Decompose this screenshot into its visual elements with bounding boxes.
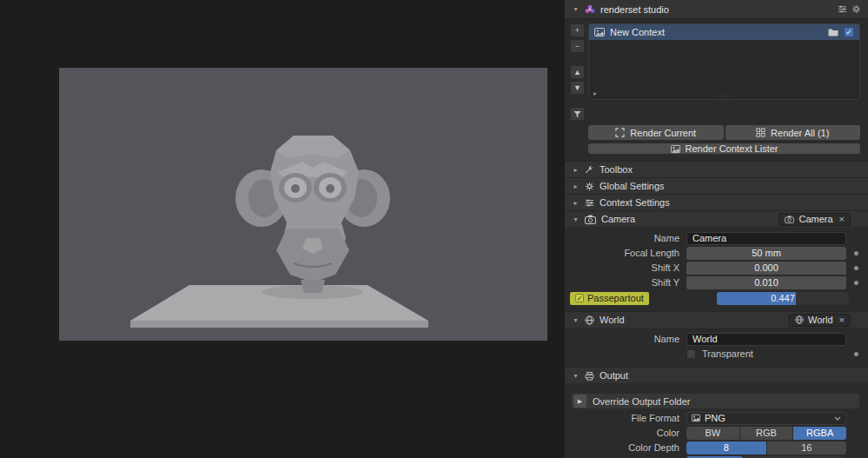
focal-length-field[interactable]: 50 mm bbox=[686, 247, 846, 260]
render-frame-icon bbox=[615, 128, 625, 137]
list-resize-grip[interactable]: :::: bbox=[719, 90, 730, 98]
printer-icon bbox=[585, 371, 594, 381]
file-format-label: File Format bbox=[565, 413, 686, 423]
chevron-down-icon bbox=[834, 416, 841, 421]
color-depth-option-8[interactable]: 8 bbox=[686, 441, 766, 455]
color-option-bw[interactable]: BW bbox=[686, 427, 739, 440]
shift-x-row: Shift X 0.000 bbox=[565, 261, 868, 275]
render-result-icon bbox=[594, 27, 605, 37]
context-settings-collapse-icon[interactable]: ▸ bbox=[572, 199, 580, 207]
renderset-addon-icon bbox=[585, 4, 595, 15]
focal-length-row: Focal Length 50 mm bbox=[565, 246, 868, 260]
panel-presets-icon[interactable] bbox=[838, 4, 847, 14]
animate-dot-icon[interactable] bbox=[854, 266, 858, 270]
camera-expand-icon[interactable]: ▾ bbox=[572, 216, 580, 223]
unlink-world-icon[interactable]: × bbox=[839, 315, 845, 325]
section-camera[interactable]: ▾ Camera Camera × bbox=[565, 210, 868, 227]
color-depth-label: Color Depth bbox=[565, 442, 686, 453]
section-output[interactable]: ▾ Output bbox=[565, 367, 868, 383]
render-all-button[interactable]: Render All (1) bbox=[726, 125, 861, 140]
context-list-item-selected[interactable]: New Context ✓ bbox=[589, 24, 859, 40]
passepartout-label: Passepartout bbox=[587, 293, 644, 303]
panel-header[interactable]: ▾ renderset studio bbox=[565, 0, 868, 19]
render-current-button[interactable]: Render Current bbox=[588, 125, 724, 140]
color-option-rgb[interactable]: RGB bbox=[740, 427, 793, 440]
panel-title: renderset studio bbox=[600, 4, 669, 15]
color-label: Color bbox=[565, 428, 686, 438]
animate-dot-icon[interactable] bbox=[854, 281, 858, 285]
image-file-icon bbox=[692, 414, 700, 422]
world-data-name: World bbox=[808, 315, 833, 325]
render-current-label: Render Current bbox=[630, 128, 696, 138]
section-toolbox[interactable]: ▸ Toolbox bbox=[565, 161, 868, 177]
section-world[interactable]: ▾ World World × bbox=[565, 311, 868, 328]
animate-dot-icon[interactable] bbox=[854, 251, 858, 256]
section-context-settings[interactable]: ▸ Context Settings bbox=[565, 194, 868, 210]
render-buttons-row: Render Current Render All (1) bbox=[588, 125, 860, 140]
globe-icon bbox=[795, 315, 804, 324]
color-option-rgba[interactable]: RGBA bbox=[793, 427, 846, 440]
context-enabled-checkbox[interactable]: ✓ bbox=[844, 27, 854, 37]
color-segmented-control: BW RGB RGBA bbox=[686, 427, 846, 440]
list-filter-expand-icon[interactable]: ▸ bbox=[593, 90, 597, 97]
image-list-icon bbox=[671, 144, 680, 154]
shift-y-row: Shift Y 0.010 bbox=[565, 275, 868, 289]
camera-icon bbox=[785, 216, 794, 223]
render-context-lister-button[interactable]: Render Context Lister bbox=[588, 143, 860, 154]
passepartout-check-icon[interactable]: ✓ bbox=[575, 294, 584, 302]
camera-name-input[interactable]: Camera bbox=[686, 232, 846, 245]
filter-contexts-button[interactable] bbox=[570, 107, 585, 121]
world-name-row: Name World bbox=[565, 332, 868, 346]
panel-settings-gear-icon[interactable] bbox=[851, 4, 861, 14]
passepartout-slider[interactable]: 0.447 bbox=[717, 292, 849, 305]
override-output-folder-panel[interactable]: ▶ Override Output Folder bbox=[571, 393, 860, 409]
section-global-settings[interactable]: ▸ Global Settings bbox=[565, 177, 868, 194]
remove-context-button[interactable]: − bbox=[570, 39, 585, 53]
3d-viewport[interactable] bbox=[59, 68, 547, 341]
output-expand-icon[interactable]: ▾ bbox=[572, 372, 580, 380]
color-depth-option-16[interactable]: 16 bbox=[767, 441, 847, 455]
override-expand-button[interactable]: ▶ bbox=[573, 395, 586, 408]
camera-name-row: Name Camera bbox=[565, 231, 868, 245]
passepartout-row: ✓ Passepartout 0.447 bbox=[565, 291, 868, 305]
move-context-down-button[interactable]: ▼ bbox=[570, 81, 585, 95]
decorator-slot bbox=[846, 352, 865, 356]
world-name-input[interactable]: World bbox=[686, 333, 846, 346]
output-folder-icon[interactable] bbox=[828, 28, 838, 37]
file-format-row: File Format PNG bbox=[565, 411, 868, 425]
panel-expand-icon[interactable]: ▾ bbox=[572, 5, 580, 13]
toolbox-collapse-icon[interactable]: ▸ bbox=[572, 166, 580, 174]
ground-plane bbox=[130, 285, 428, 328]
passepartout-checkbox-highlighted[interactable]: ✓ Passepartout bbox=[570, 292, 649, 305]
color-depth-row: Color Depth 8 16 bbox=[565, 441, 868, 455]
list-side-toolbar: + − ▲ ▼ bbox=[570, 23, 585, 121]
transparent-checkbox[interactable] bbox=[686, 349, 696, 359]
color-row: Color BW RGB RGBA bbox=[565, 426, 868, 440]
camera-data-selector[interactable]: Camera × bbox=[779, 213, 851, 226]
toolbar-gap bbox=[570, 96, 585, 105]
gear-icon bbox=[585, 182, 594, 191]
shift-x-field[interactable]: 0.000 bbox=[686, 262, 846, 275]
camera-properties: Name Camera Focal Length 50 mm Shift X 0… bbox=[565, 227, 868, 311]
toolbar-gap bbox=[570, 55, 585, 63]
sliders-icon bbox=[585, 198, 594, 208]
context-list-zone: + − ▲ ▼ New Context ✓ ▸ :: bbox=[565, 19, 868, 121]
decorator-slot bbox=[846, 251, 865, 256]
color-depth-segmented-control: 8 16 bbox=[686, 441, 846, 455]
file-format-dropdown[interactable]: PNG bbox=[686, 412, 846, 425]
transparent-label: Transparent bbox=[702, 348, 753, 359]
shift-x-label: Shift X bbox=[565, 262, 686, 273]
context-list[interactable]: New Context ✓ ▸ :::: bbox=[588, 23, 860, 100]
world-data-selector[interactable]: World × bbox=[789, 314, 851, 327]
move-context-up-button[interactable]: ▲ bbox=[570, 65, 585, 79]
filter-icon bbox=[573, 110, 581, 118]
world-expand-icon[interactable]: ▾ bbox=[572, 316, 580, 324]
global-settings-label: Global Settings bbox=[600, 181, 665, 191]
unlink-camera-icon[interactable]: × bbox=[839, 214, 845, 224]
decorator-slot bbox=[846, 281, 865, 285]
add-context-button[interactable]: + bbox=[570, 23, 585, 37]
shift-y-label: Shift Y bbox=[565, 277, 686, 288]
shift-y-field[interactable]: 0.010 bbox=[686, 276, 846, 289]
global-settings-collapse-icon[interactable]: ▸ bbox=[572, 183, 580, 190]
animate-dot-icon[interactable] bbox=[854, 352, 858, 356]
